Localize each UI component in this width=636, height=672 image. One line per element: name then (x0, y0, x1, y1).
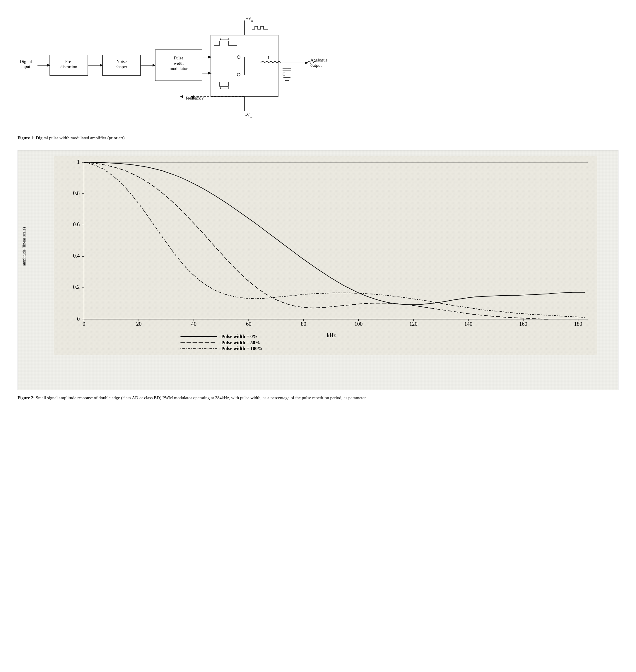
svg-text:120: 120 (409, 321, 418, 327)
svg-text:160: 160 (519, 321, 528, 327)
svg-point-29 (237, 73, 240, 76)
svg-text:feedback ?: feedback ? (186, 96, 203, 100)
svg-text:0.4: 0.4 (73, 252, 80, 259)
chart-area: amplitude (linear scale) (18, 150, 618, 390)
svg-text:1: 1 (77, 158, 80, 164)
svg-text:20: 20 (136, 321, 142, 327)
svg-text:Noise: Noise (117, 59, 127, 64)
svg-text:Pulse width = 50%: Pulse width = 50% (221, 340, 260, 345)
figure2-container: amplitude (linear scale) (18, 150, 618, 401)
figure2-label: Figure 2: (18, 395, 35, 400)
svg-text:60: 60 (246, 321, 252, 327)
svg-text:Digital: Digital (20, 59, 32, 64)
svg-text:Pulse width = 0%: Pulse width = 0% (221, 334, 258, 339)
svg-text:C: C (282, 72, 285, 76)
figure2-caption-text: Small signal amplitude response of doubl… (35, 395, 366, 400)
block-diagram: Digital input Pre- distortion Noise shap… (18, 12, 618, 135)
figure2-caption: Figure 2: Small signal amplitude respons… (18, 394, 618, 401)
y-axis-label: amplitude (linear scale) (22, 150, 27, 343)
svg-text:cc: cc (250, 116, 253, 119)
svg-text:width: width (174, 61, 184, 65)
svg-text:0: 0 (83, 321, 85, 327)
svg-text:L: L (268, 56, 271, 60)
svg-text:40: 40 (191, 321, 197, 327)
svg-text:0.2: 0.2 (73, 284, 80, 290)
diagram-svg: Digital input Pre- distortion Noise shap… (18, 12, 618, 135)
figure1-caption: Figure 1: Digital pulse width modulated … (18, 135, 618, 141)
figure1-container: Digital input Pre- distortion Noise shap… (18, 12, 618, 141)
svg-text:modulator: modulator (170, 66, 188, 71)
figure1-label: Figure 1: (18, 136, 35, 140)
svg-rect-58 (54, 156, 597, 355)
svg-text:kHz: kHz (327, 332, 336, 338)
svg-text:80: 80 (301, 321, 306, 327)
svg-text:Pulse: Pulse (174, 56, 184, 60)
svg-text:100: 100 (354, 321, 362, 327)
svg-text:shaper: shaper (116, 64, 127, 69)
chart-svg: 0 0.2 0.4 0.6 0.8 1 0 20 40 (44, 156, 607, 355)
svg-text:180: 180 (574, 321, 582, 327)
svg-point-28 (237, 56, 240, 59)
svg-text:Pulse width = 100%: Pulse width = 100% (221, 346, 263, 351)
svg-text:0.8: 0.8 (73, 190, 80, 196)
figure1-caption-text: Digital pulse width modulated amplifier … (35, 136, 126, 140)
svg-text:140: 140 (464, 321, 472, 327)
svg-text:input: input (21, 64, 31, 69)
svg-text:distortion: distortion (60, 64, 77, 69)
svg-marker-51 (180, 95, 183, 98)
svg-text:0: 0 (77, 315, 80, 322)
svg-text:cc: cc (251, 19, 253, 22)
svg-text:0.6: 0.6 (73, 221, 80, 227)
svg-text:output: output (311, 63, 322, 68)
svg-text:Analogue: Analogue (311, 58, 328, 62)
svg-text:-V: -V (245, 113, 250, 117)
svg-text:Pre-: Pre- (65, 59, 73, 64)
